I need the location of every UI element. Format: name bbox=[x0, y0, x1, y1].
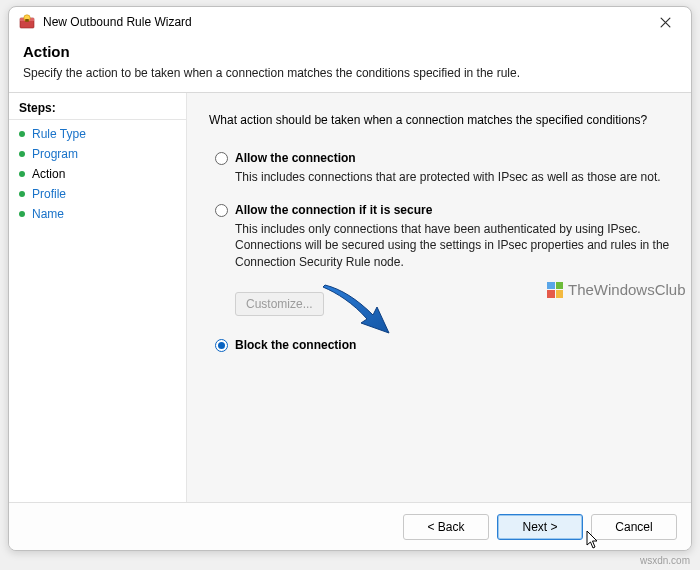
step-label: Program bbox=[32, 147, 78, 161]
radio-icon[interactable] bbox=[215, 339, 228, 352]
next-button[interactable]: Next > bbox=[497, 514, 583, 540]
step-action[interactable]: Action bbox=[9, 164, 186, 184]
cancel-button[interactable]: Cancel bbox=[591, 514, 677, 540]
window-title: New Outbound Rule Wizard bbox=[43, 15, 643, 29]
wizard-window: New Outbound Rule Wizard Action Specify … bbox=[8, 6, 692, 551]
customize-button: Customize... bbox=[235, 292, 324, 316]
body: Steps: Rule Type Program Action Profile … bbox=[9, 92, 691, 502]
steps-label: Steps: bbox=[9, 99, 186, 120]
step-label: Name bbox=[32, 207, 64, 221]
close-icon bbox=[660, 17, 671, 28]
step-rule-type[interactable]: Rule Type bbox=[9, 124, 186, 144]
option-allow[interactable]: Allow the connection This includes conne… bbox=[215, 151, 671, 185]
header: Action Specify the action to be taken wh… bbox=[9, 37, 691, 92]
bullet-icon bbox=[19, 171, 25, 177]
step-label: Profile bbox=[32, 187, 66, 201]
credit-text: wsxdn.com bbox=[640, 555, 690, 566]
page-title: Action bbox=[23, 43, 677, 60]
steps-sidebar: Steps: Rule Type Program Action Profile … bbox=[9, 93, 187, 502]
option-desc: This includes connections that are prote… bbox=[235, 169, 671, 185]
svg-rect-3 bbox=[25, 19, 29, 22]
option-label: Allow the connection bbox=[235, 151, 671, 165]
watermark-text: TheWindowsClub bbox=[568, 281, 686, 298]
windows-logo-icon bbox=[547, 282, 563, 298]
close-button[interactable] bbox=[643, 8, 687, 36]
step-label: Rule Type bbox=[32, 127, 86, 141]
option-desc: This includes only connections that have… bbox=[235, 221, 671, 270]
radio-icon[interactable] bbox=[215, 152, 228, 165]
step-label: Action bbox=[32, 167, 65, 181]
question-text: What action should be taken when a conne… bbox=[209, 113, 671, 127]
watermark: TheWindowsClub bbox=[547, 281, 686, 298]
back-button[interactable]: < Back bbox=[403, 514, 489, 540]
bullet-icon bbox=[19, 211, 25, 217]
annotation-arrow-icon bbox=[317, 283, 397, 338]
step-program[interactable]: Program bbox=[9, 144, 186, 164]
page-subtitle: Specify the action to be taken when a co… bbox=[23, 66, 677, 80]
option-allow-secure[interactable]: Allow the connection if it is secure Thi… bbox=[215, 203, 671, 270]
option-block[interactable]: Block the connection bbox=[215, 338, 671, 356]
step-name[interactable]: Name bbox=[9, 204, 186, 224]
titlebar: New Outbound Rule Wizard bbox=[9, 7, 691, 37]
bullet-icon bbox=[19, 131, 25, 137]
bullet-icon bbox=[19, 151, 25, 157]
firewall-icon bbox=[19, 14, 35, 30]
step-profile[interactable]: Profile bbox=[9, 184, 186, 204]
option-label: Block the connection bbox=[235, 338, 671, 352]
content-pane: What action should be taken when a conne… bbox=[187, 93, 691, 502]
footer: < Back Next > Cancel bbox=[9, 502, 691, 550]
bullet-icon bbox=[19, 191, 25, 197]
option-label: Allow the connection if it is secure bbox=[235, 203, 671, 217]
radio-icon[interactable] bbox=[215, 204, 228, 217]
